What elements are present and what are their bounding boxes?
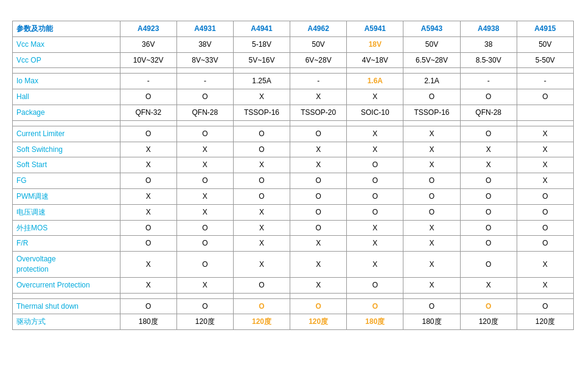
cell-value: 50V — [517, 36, 573, 52]
cell-value: X — [290, 277, 347, 293]
table-row: OvervoltageprotectionXOXXXXOX — [13, 252, 574, 278]
cell-value: X — [176, 157, 233, 173]
cell-value: O — [120, 220, 176, 236]
cell-value: 4V~18V — [347, 52, 403, 68]
cell-value: 120度 — [517, 314, 573, 330]
cell-value — [403, 293, 460, 298]
table-row: Vcc Max36V38V5-18V50V18V50V3850V — [13, 36, 574, 52]
row-label: Package — [13, 105, 120, 120]
cell-value: X — [290, 89, 347, 105]
cell-value: X — [347, 142, 403, 157]
cell-value: X — [347, 236, 403, 252]
ic-comparison-table: 参数及功能A4923A4931A4941A4962A5941A5943A4938… — [12, 21, 574, 330]
table-row: PWM调速XXOOOOOO — [13, 188, 574, 204]
table-row: Soft StartXXXXOXXX — [13, 157, 574, 173]
row-label: Soft Switching — [13, 142, 120, 157]
cell-value: 180度 — [403, 314, 460, 330]
cell-value: X — [403, 157, 460, 173]
cell-value: 6V~28V — [290, 52, 347, 68]
cell-value: 36V — [120, 36, 176, 52]
col-label-header: 参数及功能 — [13, 21, 120, 37]
row-label: FG — [13, 173, 120, 189]
cell-value: O — [460, 220, 517, 236]
cell-value: 50V — [290, 36, 347, 52]
cell-value: QFN-32 — [120, 105, 176, 120]
cell-value: X — [403, 126, 460, 142]
cell-value — [403, 120, 460, 126]
cell-value: O — [517, 188, 573, 204]
cell-value — [176, 293, 233, 298]
cell-value: O — [460, 236, 517, 252]
cell-value: X — [347, 89, 403, 105]
cell-value: QFN-28 — [460, 105, 517, 120]
cell-value: - — [460, 74, 517, 89]
row-label: Thermal shut down — [13, 298, 120, 314]
cell-value: TSSOP-16 — [233, 105, 290, 120]
cell-value — [460, 120, 517, 126]
cell-value: 10V~32V — [120, 52, 176, 68]
col-model-header: A5941 — [347, 21, 403, 37]
cell-value — [460, 293, 517, 298]
cell-value: O — [176, 236, 233, 252]
cell-value: X — [517, 157, 573, 173]
cell-value: X — [176, 188, 233, 204]
cell-value — [460, 68, 517, 74]
cell-value: X — [347, 252, 403, 278]
cell-value — [176, 68, 233, 74]
col-model-header: A4915 — [517, 21, 573, 37]
cell-value: O — [347, 298, 403, 314]
cell-value: O — [233, 126, 290, 142]
cell-value: X — [403, 220, 460, 236]
cell-value: SOIC-10 — [347, 105, 403, 120]
cell-value: O — [347, 157, 403, 173]
cell-value: X — [290, 142, 347, 157]
cell-value: O — [403, 173, 460, 189]
cell-value: X — [517, 126, 573, 142]
cell-value: 5-18V — [233, 36, 290, 52]
cell-value — [290, 293, 347, 298]
cell-value: X — [233, 252, 290, 278]
cell-value: - — [290, 74, 347, 89]
cell-value: 50V — [403, 36, 460, 52]
cell-value — [517, 68, 573, 74]
cell-value: 38 — [460, 36, 517, 52]
cell-value: O — [120, 236, 176, 252]
col-model-header: A4923 — [120, 21, 176, 37]
cell-value: TSSOP-20 — [290, 105, 347, 120]
table-row: Soft SwitchingXXOXXXXX — [13, 142, 574, 157]
col-model-header: A4962 — [290, 21, 347, 37]
cell-value: X — [120, 252, 176, 278]
cell-value — [347, 293, 403, 298]
cell-value: 180度 — [120, 314, 176, 330]
cell-value: X — [176, 277, 233, 293]
cell-value: O — [120, 298, 176, 314]
cell-value: O — [347, 173, 403, 189]
row-label — [13, 293, 120, 298]
col-model-header: A4938 — [460, 21, 517, 37]
cell-value: O — [403, 298, 460, 314]
row-label: Soft Start — [13, 157, 120, 173]
table-row: HallOOXXXOOO — [13, 89, 574, 105]
table-row: Current LimiterOOOOXXOX — [13, 126, 574, 142]
cell-value: O — [403, 188, 460, 204]
cell-value: QFN-28 — [176, 105, 233, 120]
cell-value: X — [517, 173, 573, 189]
cell-value: X — [120, 157, 176, 173]
cell-value: O — [120, 126, 176, 142]
cell-value: O — [290, 126, 347, 142]
cell-value: O — [517, 236, 573, 252]
cell-value: 120度 — [233, 314, 290, 330]
cell-value: 120度 — [290, 314, 347, 330]
cell-value: - — [176, 74, 233, 89]
cell-value: O — [290, 204, 347, 220]
cell-value: O — [176, 173, 233, 189]
row-label — [13, 120, 120, 126]
cell-value: - — [120, 74, 176, 89]
cell-value: O — [517, 89, 573, 105]
cell-value: O — [347, 277, 403, 293]
cell-value: X — [120, 142, 176, 157]
cell-value: X — [233, 157, 290, 173]
cell-value: X — [120, 277, 176, 293]
cell-value: X — [176, 204, 233, 220]
cell-value: 2.1A — [403, 74, 460, 89]
